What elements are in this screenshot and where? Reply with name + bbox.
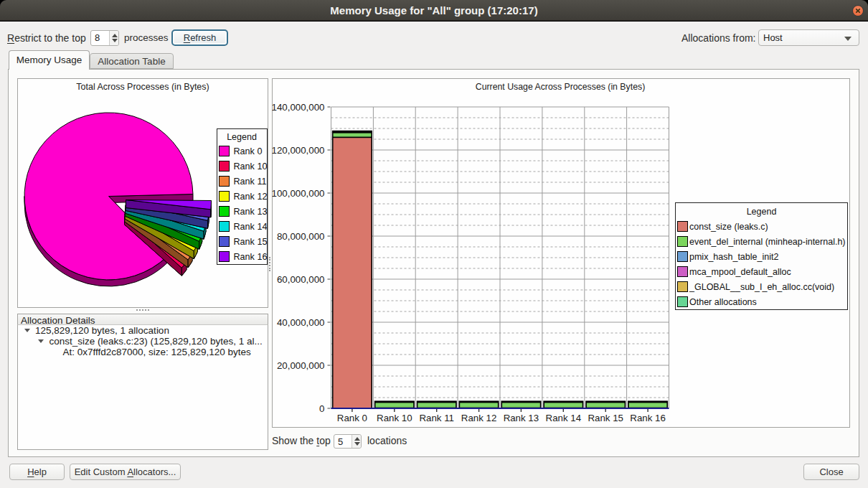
svg-text:20,000,000: 20,000,000 <box>277 360 325 371</box>
svg-text:Rank 16: Rank 16 <box>630 413 666 423</box>
svg-text:80,000,000: 80,000,000 <box>277 231 325 242</box>
svg-text:Rank 12: Rank 12 <box>461 413 497 423</box>
svg-text:100,000,000: 100,000,000 <box>272 188 325 199</box>
svg-text:0: 0 <box>319 403 324 414</box>
svg-text:Rank 11: Rank 11 <box>419 413 454 423</box>
svg-text:Rank 13: Rank 13 <box>504 413 539 423</box>
svg-text:Rank 10: Rank 10 <box>377 413 412 423</box>
svg-text:60,000,000: 60,000,000 <box>277 274 325 285</box>
svg-text:140,000,000: 140,000,000 <box>272 102 325 113</box>
svg-text:Current Usage Across Processes: Current Usage Across Processes (in Bytes… <box>476 82 645 92</box>
svg-text:Rank 0: Rank 0 <box>337 413 367 423</box>
svg-text:120,000,000: 120,000,000 <box>272 145 325 156</box>
svg-text:Rank 14: Rank 14 <box>546 413 582 423</box>
svg-text:Rank 15: Rank 15 <box>588 413 623 423</box>
svg-text:40,000,000: 40,000,000 <box>277 317 325 328</box>
